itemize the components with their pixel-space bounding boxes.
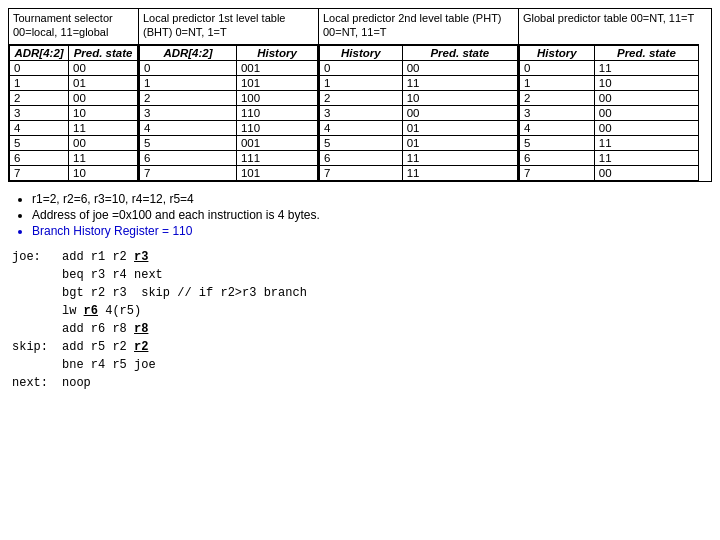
table-row: 611 xyxy=(10,151,138,166)
table-cell: 2 xyxy=(320,91,403,106)
col-header-pred4: Pred. state xyxy=(594,46,698,61)
code-line-7: bne r4 r5 joe xyxy=(12,356,712,374)
code-line-6: skip: add r5 r2 r2 xyxy=(12,338,712,356)
table-cell: 11 xyxy=(69,151,138,166)
code-label-skip: skip: xyxy=(12,338,62,356)
code-instruction-4: lw r6 4(r5) xyxy=(62,302,141,320)
table-cell: 11 xyxy=(69,121,138,136)
table-cell: 001 xyxy=(236,61,317,76)
table-row: 111 xyxy=(320,76,518,91)
code-label-joe: joe: xyxy=(12,248,62,266)
table-cell: 0 xyxy=(10,61,69,76)
table-row: 101 xyxy=(10,76,138,91)
code-label-next: next: xyxy=(12,374,62,392)
table-row: 711 xyxy=(320,166,518,181)
code-label-empty-3 xyxy=(12,302,62,320)
table-cell: 6 xyxy=(520,151,595,166)
global-pred-section: Global predictor table 00=NT, 11=T Histo… xyxy=(519,9,699,181)
table-row: 4110 xyxy=(140,121,318,136)
table-cell: 5 xyxy=(320,136,403,151)
table-cell: 01 xyxy=(402,121,517,136)
table-cell: 5 xyxy=(140,136,237,151)
table-cell: 00 xyxy=(594,91,698,106)
table-cell: 4 xyxy=(320,121,403,136)
table-cell: 00 xyxy=(594,106,698,121)
table-row: 501 xyxy=(320,136,518,151)
table-row: 611 xyxy=(520,151,699,166)
table-cell: 11 xyxy=(594,136,698,151)
table-cell: 11 xyxy=(402,76,517,91)
table-cell: 1 xyxy=(520,76,595,91)
table-cell: 110 xyxy=(236,121,317,136)
table-cell: 11 xyxy=(594,151,698,166)
table-cell: 7 xyxy=(320,166,403,181)
table-row: 000 xyxy=(10,61,138,76)
table-cell: 11 xyxy=(402,166,517,181)
local-pred-2nd-table: History Pred. state 00011121030040150161… xyxy=(319,45,518,181)
col-header-pred1: Pred. state xyxy=(69,46,138,61)
table-row: 611 xyxy=(320,151,518,166)
table-cell: 6 xyxy=(10,151,69,166)
table-cell: 101 xyxy=(236,76,317,91)
table-cell: 10 xyxy=(594,76,698,91)
table-row: 500 xyxy=(10,136,138,151)
table-cell: 00 xyxy=(594,121,698,136)
table-cell: 00 xyxy=(69,91,138,106)
table-cell: 1 xyxy=(320,76,403,91)
table-row: 3110 xyxy=(140,106,318,121)
code-instruction-6: add r5 r2 r2 xyxy=(62,338,148,356)
local-pred-2nd-header: Local predictor 2nd level table (PHT) 00… xyxy=(319,9,518,45)
code-line-2: beq r3 r4 next xyxy=(12,266,712,284)
table-cell: 11 xyxy=(594,61,698,76)
code-instruction-7: bne r4 r5 joe xyxy=(62,356,156,374)
table-cell: 6 xyxy=(140,151,237,166)
table-row: 1101 xyxy=(140,76,318,91)
table-row: 200 xyxy=(520,91,699,106)
code-block: joe: add r1 r2 r3 beq r3 r4 next bgt r2 … xyxy=(8,248,712,392)
tournament-selector-header: Tournament selector 00=local, 11=global xyxy=(9,9,138,45)
table-cell: 01 xyxy=(69,76,138,91)
col-header-history3: History xyxy=(320,46,403,61)
code-instruction-5: add r6 r8 r8 xyxy=(62,320,148,338)
table-row: 411 xyxy=(10,121,138,136)
table-row: 401 xyxy=(320,121,518,136)
table-cell: 10 xyxy=(69,166,138,181)
local-pred-1st-section: Local predictor 1st level table (BHT) 0=… xyxy=(139,9,319,181)
table-row: 511 xyxy=(520,136,699,151)
table-cell: 3 xyxy=(320,106,403,121)
table-cell: 1 xyxy=(140,76,237,91)
table-row: 300 xyxy=(520,106,699,121)
table-row: 2100 xyxy=(140,91,318,106)
table-row: 6111 xyxy=(140,151,318,166)
code-instruction-8: noop xyxy=(62,374,91,392)
table-cell: 00 xyxy=(402,61,517,76)
table-row: 0001 xyxy=(140,61,318,76)
code-line-1: joe: add r1 r2 r3 xyxy=(12,248,712,266)
global-pred-header: Global predictor table 00=NT, 11=T xyxy=(519,9,699,45)
code-line-4: lw r6 4(r5) xyxy=(12,302,712,320)
table-cell: 00 xyxy=(594,166,698,181)
table-cell: 00 xyxy=(69,61,138,76)
table-cell: 2 xyxy=(140,91,237,106)
table-cell: 00 xyxy=(69,136,138,151)
tournament-selector-section: Tournament selector 00=local, 11=global … xyxy=(9,9,139,181)
table-cell: 4 xyxy=(10,121,69,136)
table-row: 011 xyxy=(520,61,699,76)
table-cell: 10 xyxy=(402,91,517,106)
tables-container: Tournament selector 00=local, 11=global … xyxy=(8,8,712,182)
table-cell: 5 xyxy=(10,136,69,151)
table-cell: 001 xyxy=(236,136,317,151)
table-row: 7101 xyxy=(140,166,318,181)
table-cell: 0 xyxy=(140,61,237,76)
col-header-pred3: Pred. state xyxy=(402,46,517,61)
code-instruction-1: add r1 r2 r3 xyxy=(62,248,148,266)
table-cell: 0 xyxy=(520,61,595,76)
tournament-selector-table: ADR[4:2] Pred. state 0001012003104115006… xyxy=(9,45,138,181)
table-cell: 110 xyxy=(236,106,317,121)
table-cell: 7 xyxy=(520,166,595,181)
global-pred-table: History Pred. state 01111020030040051161… xyxy=(519,45,699,181)
table-cell: 3 xyxy=(140,106,237,121)
table-cell: 1 xyxy=(10,76,69,91)
table-cell: 2 xyxy=(520,91,595,106)
code-line-3: bgt r2 r3 skip // if r2>r3 branch xyxy=(12,284,712,302)
